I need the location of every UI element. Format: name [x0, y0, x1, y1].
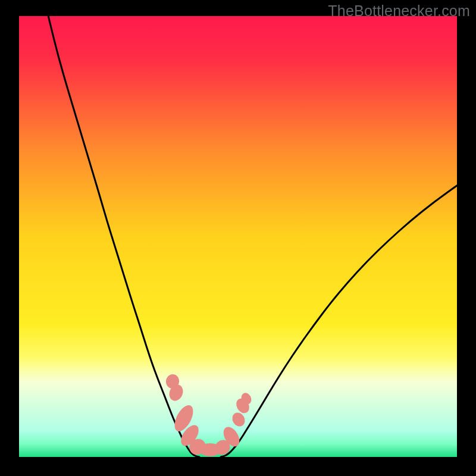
chart-frame [19, 16, 457, 457]
watermark-text: TheBottlenecker.com [328, 2, 470, 20]
gradient-background [19, 16, 457, 457]
bottleneck-chart [19, 16, 457, 457]
